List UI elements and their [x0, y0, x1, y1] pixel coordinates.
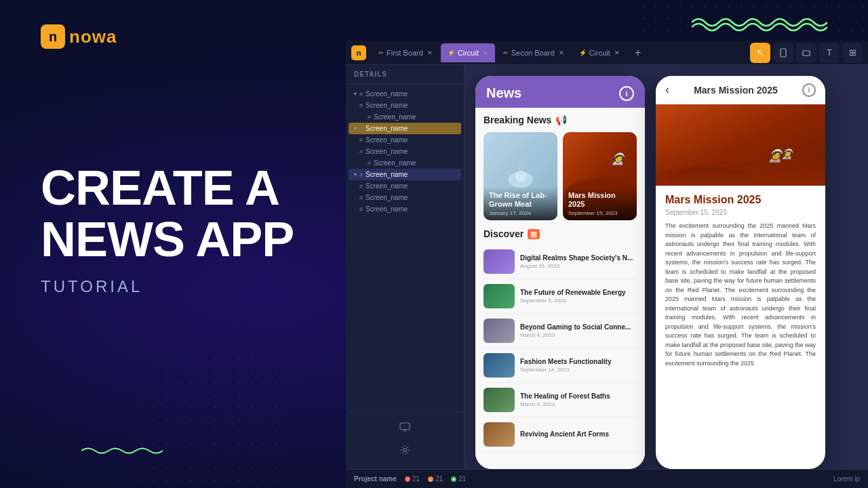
- list-title-2: The Future of Renewable Energy: [520, 289, 637, 296]
- tab-pencil2-icon: ✏: [503, 49, 509, 56]
- detail-content: Mars Mission 2025 September 15, 2023 The…: [656, 186, 825, 469]
- list-thumb-2: [484, 284, 515, 308]
- news-phone-header: News i: [475, 76, 645, 108]
- list-thumb-6: [484, 422, 515, 447]
- list-date-1: August 23, 2023: [520, 263, 637, 269]
- tree-item-4[interactable]: ▾ # Screen_name: [349, 123, 461, 134]
- svg-text:🧑‍🚀: 🧑‍🚀: [610, 152, 628, 166]
- news-info-button[interactable]: i: [619, 86, 634, 101]
- svg-rect-2: [400, 423, 410, 430]
- breaking-news-header: Breaking News 📢: [484, 115, 637, 125]
- tree-grid-icon-3: #: [368, 114, 371, 121]
- tree-grid-icon-5: #: [359, 137, 363, 144]
- logo: n nowa: [41, 24, 117, 49]
- list-info-4: Fashion Meets Functionality September 14…: [520, 358, 637, 373]
- tab-close-icon[interactable]: ✕: [427, 49, 433, 56]
- tree-item-2[interactable]: # Screen_name: [354, 100, 461, 111]
- tab-circuit2[interactable]: ⚡ Circuit ✕: [572, 43, 627, 62]
- svg-point-11: [515, 171, 526, 182]
- news-card-lab[interactable]: The Rise of Lab-Grown Meat January 17, 2…: [484, 132, 557, 220]
- status-bar: Project name ⊙ 21 △ 21 ● 21 Lorem ip: [346, 469, 868, 488]
- svg-rect-1: [803, 51, 810, 56]
- tree-grid-icon-10: #: [359, 195, 363, 201]
- rect-tool-button[interactable]: [796, 43, 816, 63]
- tree-grid-icon-2: #: [359, 102, 363, 109]
- tree-item-6[interactable]: # Screen_name: [354, 146, 461, 157]
- tab-close3-icon[interactable]: ✕: [614, 49, 620, 56]
- tab-close2-icon[interactable]: ✕: [559, 49, 564, 56]
- status-lorem: Lorem ip: [833, 475, 860, 483]
- tree-item-9[interactable]: # Screen_name: [354, 180, 461, 192]
- list-info-5: The Healing of Forest Baths March 3, 202…: [520, 392, 637, 407]
- add-tab-button[interactable]: +: [631, 45, 646, 60]
- cursor-tool-button[interactable]: ↖: [750, 43, 770, 63]
- error-badge: ⊙: [405, 476, 410, 482]
- tree-item-7[interactable]: # Screen_name: [362, 157, 461, 169]
- editor-body: DETAILS ▾ # Screen_name # Screen_name # …: [346, 65, 868, 488]
- tree-grid-icon-1: #: [359, 91, 363, 98]
- project-name: Project name: [354, 475, 397, 483]
- tree-toggle-3: ▾: [354, 171, 357, 178]
- editor-container: n ✏ First Board ✕ ⚡ Circuit ✕ ✏ Secon Bo…: [346, 41, 868, 488]
- logo-text: nowa: [69, 26, 117, 47]
- tree-grid-icon-7: #: [368, 160, 371, 167]
- news-card-mars[interactable]: 🧑‍🚀 Mars Mission 2025 September 15, 2023: [563, 132, 637, 220]
- grid-tool-button[interactable]: ⊞: [842, 43, 863, 63]
- layers-tree: ▾ # Screen_name # Screen_name # Screen_n…: [346, 84, 464, 411]
- detail-article-date: September 15, 2023: [665, 209, 816, 216]
- tab-close-active-icon[interactable]: ✕: [483, 49, 488, 56]
- status-badge-3: ● 21: [451, 475, 466, 483]
- lab-card-date: January 17, 2024: [489, 210, 552, 216]
- right-toolbar: ↖ T ⊞: [750, 43, 863, 63]
- list-item-5[interactable]: The Healing of Forest Baths March 3, 202…: [484, 383, 637, 418]
- list-info-1: Digital Realms Shape Society's N... Augu…: [520, 254, 637, 269]
- list-title-1: Digital Realms Shape Society's N...: [520, 254, 637, 262]
- sidebar-monitor-icon[interactable]: [395, 418, 414, 436]
- list-item-4[interactable]: Fashion Meets Functionality September 14…: [484, 348, 637, 383]
- logo-icon: n: [41, 24, 65, 49]
- tab-secon-board[interactable]: ✏ Secon Board ✕: [496, 43, 571, 62]
- megaphone-icon: 📢: [555, 115, 567, 125]
- tab-first-board[interactable]: ✏ First Board ✕: [372, 43, 439, 62]
- text-tool-button[interactable]: T: [819, 43, 840, 63]
- list-item-1[interactable]: Digital Realms Shape Society's N... Augu…: [484, 245, 637, 279]
- tree-item-1[interactable]: ▾ # Screen_name: [349, 88, 461, 100]
- status-badge-2: △ 21: [428, 475, 443, 483]
- list-item-2[interactable]: The Future of Renewable Energy September…: [484, 279, 637, 314]
- list-thumb-5: [484, 388, 515, 412]
- detail-article-title: Mars Mission 2025: [665, 194, 816, 206]
- list-date-5: March 3, 2023: [520, 401, 637, 407]
- breaking-news-cards: The Rise of Lab-Grown Meat January 17, 2…: [484, 132, 637, 220]
- tree-grid-icon-11: #: [359, 206, 363, 213]
- detail-hero-image: 🧑‍🚀 👨‍🚀: [656, 104, 825, 186]
- list-title-3: Beyond Gaming to Social Conne...: [520, 323, 637, 331]
- detail-info-button[interactable]: i: [802, 83, 816, 97]
- breaking-news-label: Breaking News: [484, 115, 551, 125]
- hero-section: CREATE A NEWS APP TUTORIAL: [41, 163, 294, 296]
- tab-bar: n ✏ First Board ✕ ⚡ Circuit ✕ ✏ Secon Bo…: [346, 41, 868, 65]
- warning-badge: △: [428, 476, 433, 482]
- tree-item-5[interactable]: # Screen_name: [354, 134, 461, 146]
- list-item-3[interactable]: Beyond Gaming to Social Conne... March 4…: [484, 314, 637, 348]
- list-thumb-1: [484, 249, 515, 274]
- list-date-3: March 4, 2023: [520, 332, 637, 338]
- sidebar-gear-icon[interactable]: [395, 441, 414, 460]
- phone-tool-button[interactable]: [773, 43, 793, 63]
- detail-article-body: The excitement surrounding the 2025 mann…: [665, 222, 816, 368]
- list-info-3: Beyond Gaming to Social Conne... March 4…: [520, 323, 637, 338]
- tree-item-11[interactable]: # Screen_name: [354, 203, 461, 215]
- tab-circuit[interactable]: ⚡ Circuit ✕: [441, 43, 495, 62]
- tab-lightning2-icon: ⚡: [579, 49, 587, 56]
- tree-grid-icon-9: #: [359, 183, 363, 190]
- list-date-4: September 14, 2023: [520, 367, 637, 373]
- list-title-6: Reviving Ancient Art Forms: [520, 430, 637, 438]
- list-title-4: Fashion Meets Functionality: [520, 358, 637, 365]
- list-item-6[interactable]: Reviving Ancient Art Forms: [484, 418, 637, 452]
- tree-toggle-1: ▾: [354, 91, 357, 97]
- tree-item-3[interactable]: # Screen_name: [362, 111, 461, 123]
- tree-item-10[interactable]: # Screen_name: [354, 192, 461, 203]
- back-button[interactable]: ‹: [665, 83, 669, 97]
- tree-item-8[interactable]: ▾ # Screen_name: [349, 169, 461, 180]
- canvas-area: News i Breaking News 📢: [465, 65, 868, 488]
- nowa-small-logo: n: [351, 45, 366, 60]
